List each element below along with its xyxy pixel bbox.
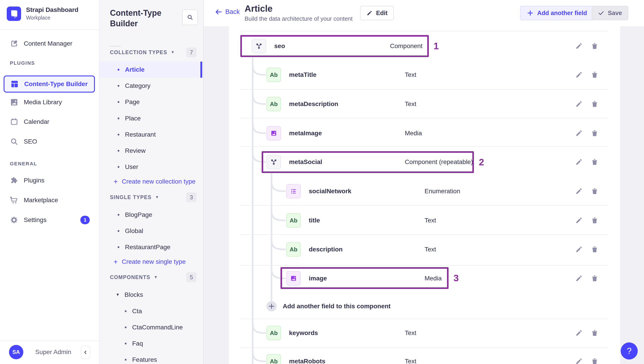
single-type-restaurantpage[interactable]: RestaurantPage [100,239,203,255]
field-row-image[interactable]: image Media [229,264,620,293]
item-label: Page [125,98,140,106]
trash-icon [591,217,598,224]
single-type-blogpage[interactable]: BlogPage [100,207,203,223]
edit-field-button[interactable] [575,158,583,166]
panel-title: Content-Type Builder [110,8,177,29]
field-type: Text [424,246,436,253]
page-header: Back Article Build the data architecture… [204,0,644,26]
sidebar-item-media-library[interactable]: Media Library [0,94,100,110]
page-subtitle: Build the data architecture of your cont… [244,15,352,22]
delete-field-button[interactable] [591,329,598,337]
component-icon [252,39,266,53]
collection-type-page[interactable]: Page [100,94,203,110]
field-name: title [309,217,424,224]
delete-field-button[interactable] [591,275,598,282]
delete-field-button[interactable] [591,158,598,166]
collection-type-user[interactable]: User [100,159,203,175]
collection-type-article[interactable]: Article [100,62,203,78]
content-manager-icon [10,39,18,48]
collection-type-restaurant[interactable]: Restaurant [100,126,203,143]
collection-types-header[interactable]: COLLECTION TYPES ▼ [110,44,175,60]
item-label: BlogPage [125,211,152,218]
edit-field-button[interactable] [575,188,583,195]
edit-field-button[interactable] [575,357,583,364]
help-button[interactable]: ? [621,342,638,359]
field-row-metasocial[interactable]: metaSocial Component (repeatable) [229,148,620,176]
media-library-icon [10,98,18,106]
edit-field-button[interactable] [575,71,583,79]
component-group-blocks[interactable]: ▼ Blocks [100,287,203,303]
sidebar-item-marketplace[interactable]: Marketplace [0,192,100,208]
edit-field-button[interactable] [575,129,583,137]
edit-field-button[interactable] [575,329,583,337]
sidebar-collapse-button[interactable] [81,346,90,359]
strapi-logo-icon [7,7,21,21]
components-header[interactable]: COMPONENTS ▼ [110,269,158,285]
add-another-field-button[interactable]: Add another field [520,6,594,20]
field-row-title[interactable]: Ab title Text [229,206,620,235]
collection-type-review[interactable]: Review [100,143,203,159]
pencil-icon [575,100,583,108]
field-row-socialnetwork[interactable]: socialNetwork Enumeration [229,177,620,206]
back-link[interactable]: Back [215,8,240,16]
field-row-metatitle[interactable]: Ab metaTitle Text [229,60,620,89]
add-field-to-component-button[interactable]: Add another field to this component [283,292,391,321]
add-field-plus-circle[interactable] [266,301,277,311]
sidebar-item-label: Marketplace [24,197,58,204]
edit-field-button[interactable] [575,217,583,224]
create-single-type-link[interactable]: + Create new single type [100,254,203,269]
field-row-metaimage[interactable]: metaImage Media [229,119,620,148]
edit-button[interactable]: Edit [360,6,394,20]
chevron-left-icon [82,349,88,355]
single-types-header[interactable]: SINGLE TYPES ▼ [110,189,159,205]
user-avatar[interactable]: SA [9,345,23,359]
calendar-icon [10,117,18,126]
collection-type-category[interactable]: Category [100,78,203,94]
delete-field-button[interactable] [591,357,598,364]
delete-field-button[interactable] [591,217,598,224]
annotation-number-3: 3 [454,267,459,289]
seo-search-icon [10,137,18,146]
edit-field-button[interactable] [575,246,583,253]
field-row-metarobots[interactable]: Ab metaRobots Text [229,347,620,364]
sidebar-item-content-manager[interactable]: Content Manager [0,36,100,52]
item-label: Faq [132,340,143,347]
field-row-description[interactable]: Ab description Text [229,235,620,264]
sidebar-item-content-type-builder[interactable]: Content-Type Builder [4,76,95,93]
pencil-icon [366,10,372,16]
edit-field-button[interactable] [575,42,583,50]
field-type: Text [405,71,416,78]
trash-icon [591,158,598,166]
bullet-icon [118,246,120,248]
create-collection-type-link[interactable]: + Create new collection type [100,174,203,189]
field-row-seo[interactable]: seo Component [229,32,620,60]
search-button[interactable] [182,10,198,25]
edit-field-button[interactable] [575,275,583,282]
sidebar-item-calendar[interactable]: Calendar [0,114,100,130]
trash-icon [591,129,598,137]
edit-field-button[interactable] [575,100,583,108]
save-button[interactable]: Save [592,6,628,20]
app-sidebar: Strapi Dashboard Workplace Content Manag… [0,0,100,364]
chevron-down-icon: ▼ [155,195,159,200]
delete-field-button[interactable] [591,100,598,108]
component-ctacommandline[interactable]: CtaCommandLine [100,319,203,335]
delete-field-button[interactable] [591,188,598,195]
field-row-metadescription[interactable]: Ab metaDescription Text [229,90,620,118]
delete-field-button[interactable] [591,71,598,79]
sidebar-section-plugins: PLUGINS [10,60,35,66]
single-type-global[interactable]: Global [100,223,203,239]
collection-type-place[interactable]: Place [100,110,203,126]
bullet-icon [118,214,120,216]
sidebar-item-plugins[interactable]: Plugins [0,172,100,189]
component-faq[interactable]: Faq [100,335,203,352]
component-features[interactable]: Features [100,352,203,364]
delete-field-button[interactable] [591,129,598,137]
bullet-icon [118,166,120,168]
row-divider [240,31,608,31]
delete-field-button[interactable] [591,246,598,253]
component-cta[interactable]: Cta [100,303,203,319]
delete-field-button[interactable] [591,42,598,50]
sidebar-item-seo[interactable]: SEO [0,133,100,150]
field-row-keywords[interactable]: Ab keywords Text [229,319,620,347]
